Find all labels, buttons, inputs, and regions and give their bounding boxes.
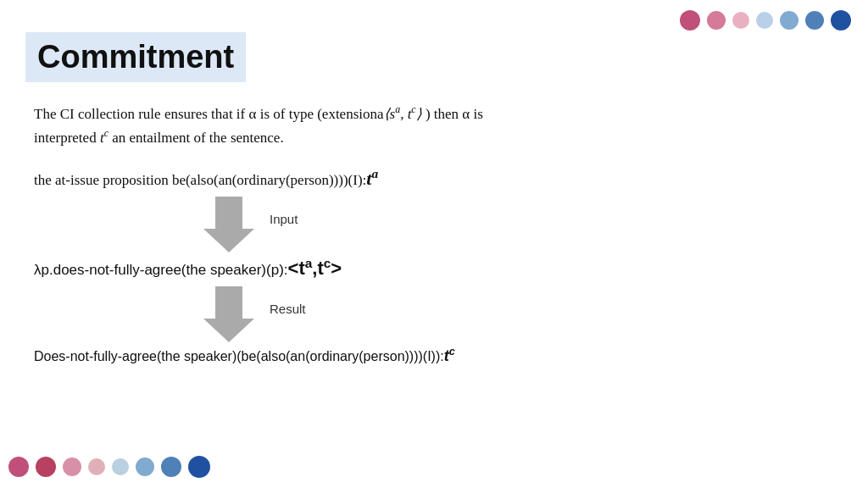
bdot-8 bbox=[188, 456, 210, 478]
lambda-bracket: <ta,tc> bbox=[288, 258, 342, 279]
bdot-7 bbox=[161, 457, 181, 477]
tc-symbol: tc bbox=[444, 347, 455, 364]
bdot-2 bbox=[36, 457, 56, 477]
arrow-2-row: Result bbox=[34, 286, 851, 342]
arrow-1-head bbox=[203, 229, 254, 252]
bdot-6 bbox=[136, 458, 154, 476]
arrow-1 bbox=[203, 197, 254, 252]
at-issue-line: the at-issue proposition be(also(an(ordi… bbox=[34, 166, 851, 190]
para1-math: ⟨sa, tc⟩ bbox=[384, 106, 422, 122]
dot-4 bbox=[756, 12, 773, 29]
lambda-text: λp.does-not-fully-agree(the speaker)(p): bbox=[34, 262, 288, 278]
bdot-1 bbox=[8, 457, 29, 477]
main-content: The CI collection rule ensures that if α… bbox=[34, 102, 851, 365]
result-line: Does-not-fully-agree(the speaker)(be(als… bbox=[34, 346, 851, 365]
para1-line2: interpreted tc an entailment of the sent… bbox=[34, 130, 284, 146]
para1-text: The CI collection rule ensures that if α… bbox=[34, 106, 384, 122]
lambda-line: λp.does-not-fully-agree(the speaker)(p):… bbox=[34, 256, 851, 280]
top-dots-decoration bbox=[680, 10, 851, 30]
dot-2 bbox=[707, 11, 726, 30]
ta-symbol: ta bbox=[366, 168, 378, 189]
arrow-1-shaft bbox=[215, 197, 242, 229]
bottom-dots-decoration bbox=[8, 456, 210, 478]
arrow-2 bbox=[203, 286, 254, 342]
at-issue-text: the at-issue proposition be(also(an(ordi… bbox=[34, 172, 366, 188]
para1-suffix: ) then α is bbox=[422, 106, 483, 122]
result-label: Result bbox=[270, 302, 306, 316]
paragraph-1: The CI collection rule ensures that if α… bbox=[34, 102, 851, 149]
title-box: Commitment bbox=[25, 32, 246, 82]
dot-6 bbox=[805, 11, 824, 30]
result-text: Does-not-fully-agree(the speaker)(be(als… bbox=[34, 349, 444, 363]
dot-7 bbox=[831, 10, 851, 30]
arrow-2-shaft bbox=[215, 286, 242, 319]
arrow-2-head bbox=[203, 319, 254, 342]
input-label: Input bbox=[270, 212, 298, 226]
dot-1 bbox=[680, 10, 700, 30]
arrow-1-row: Input bbox=[34, 197, 851, 252]
dot-3 bbox=[732, 12, 749, 29]
bdot-5 bbox=[112, 458, 129, 475]
bdot-4 bbox=[88, 458, 105, 475]
bdot-3 bbox=[63, 458, 81, 476]
dot-5 bbox=[780, 11, 798, 30]
page-title: Commitment bbox=[37, 39, 234, 75]
